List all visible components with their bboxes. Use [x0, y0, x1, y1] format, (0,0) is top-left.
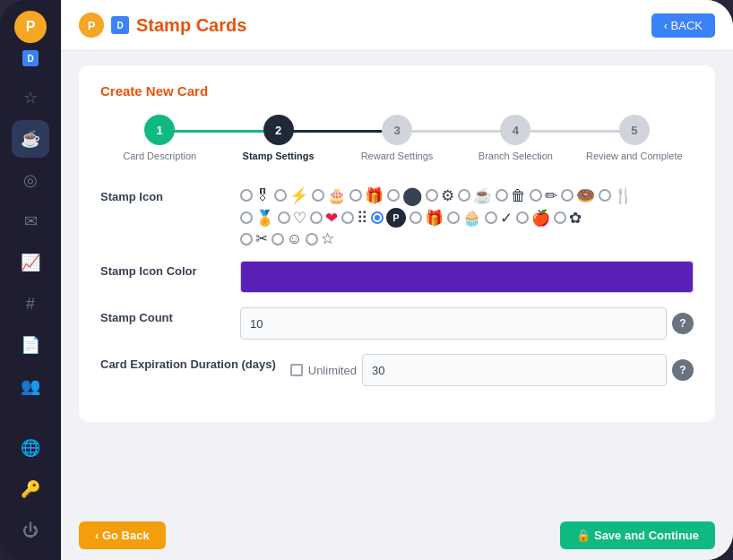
- sidebar-item-location[interactable]: ◎: [12, 161, 49, 199]
- step-circle-4: 4: [500, 115, 530, 145]
- icon-glyph-medal2: 🏅: [255, 211, 274, 226]
- go-back-button[interactable]: ‹ Go Back: [79, 521, 166, 549]
- icon-option-bolt[interactable]: ⚡: [274, 188, 308, 203]
- expiration-help-btn[interactable]: ?: [672, 359, 694, 381]
- step-label-3: Reward Settings: [361, 151, 434, 161]
- radio-coffee: [458, 189, 470, 202]
- step-4: 4 Branch Selection: [456, 115, 574, 161]
- icon-option-fork[interactable]: 🍴: [599, 188, 633, 203]
- icon-option-flower[interactable]: ✿: [554, 211, 582, 226]
- icon-option-heart-outline[interactable]: ♡: [278, 211, 306, 226]
- step-label-4: Branch Selection: [479, 151, 553, 161]
- sidebar-item-hash[interactable]: #: [12, 285, 49, 323]
- sidebar-item-power[interactable]: ⏻: [12, 512, 49, 549]
- color-bar[interactable]: [240, 261, 694, 293]
- stamp-count-row: Stamp Count ?: [100, 307, 694, 340]
- icon-glyph-star: ☆: [321, 231, 334, 246]
- radio-checkmark: [485, 211, 497, 224]
- step-circle-2: 2: [263, 115, 294, 145]
- icon-option-scissors[interactable]: ✂: [240, 231, 268, 246]
- icon-option-coffee[interactable]: ☕: [458, 188, 492, 203]
- sidebar-item-send[interactable]: ✉: [12, 202, 49, 240]
- icon-glyph-circle-fill: ⬤: [402, 186, 422, 204]
- step-circle-1: 1: [144, 115, 175, 145]
- unlimited-label: Unlimited: [308, 364, 357, 377]
- icon-option-cake[interactable]: 🎂: [312, 188, 346, 203]
- icon-option-trash[interactable]: 🗑: [496, 188, 526, 203]
- step-2: 2 Stamp Settings: [219, 115, 337, 161]
- sidebar-item-chart[interactable]: 📈: [12, 244, 49, 281]
- stamp-color-row: Stamp Icon Color: [100, 261, 694, 293]
- icon-glyph-coffee: ☕: [473, 188, 492, 203]
- stamp-color-area: [240, 261, 694, 293]
- stamp-count-input[interactable]: [240, 307, 667, 340]
- expiration-input[interactable]: [362, 354, 667, 386]
- icon-option-medal2[interactable]: 🏅: [240, 211, 274, 226]
- save-continue-button[interactable]: 🔒 Save and Continue: [560, 521, 715, 549]
- sidebar-item-key[interactable]: 🔑: [12, 470, 49, 508]
- sidebar-item-star[interactable]: ☆: [12, 79, 49, 116]
- expiration-input-group: Unlimited ?: [290, 354, 694, 386]
- header: P D Stamp Cards ‹ BACK: [61, 0, 733, 51]
- icon-glyph-checkmark: ✓: [500, 211, 513, 226]
- step-circle-3: 3: [382, 115, 412, 145]
- icon-option-gear[interactable]: ⚙: [426, 188, 454, 203]
- radio-cupcake: [447, 211, 460, 224]
- stamp-count-help-btn[interactable]: ?: [672, 313, 694, 334]
- stamp-color-label: Stamp Icon Color: [100, 261, 226, 278]
- sidebar-item-file[interactable]: 📄: [12, 326, 49, 364]
- icon-option-pencil[interactable]: ✏: [530, 188, 557, 203]
- icon-glyph-trash: 🗑: [511, 188, 526, 203]
- icon-option-circle-p[interactable]: P: [371, 208, 406, 228]
- stamp-count-area: ?: [240, 307, 694, 340]
- back-button[interactable]: ‹ BACK: [651, 13, 715, 38]
- radio-cake: [312, 189, 324, 202]
- radio-bolt: [274, 189, 287, 202]
- step-5: 5 Review and Complete: [575, 115, 694, 161]
- sidebar: P D ☆ ☕ ◎ ✉ 📈 # 📄 👥 🌐 🔑 ⏻: [0, 0, 61, 560]
- unlimited-checkbox[interactable]: [290, 364, 303, 376]
- sidebar-item-globe[interactable]: 🌐: [12, 429, 49, 467]
- icon-grid: 🎖 ⚡ 🎂: [240, 186, 694, 246]
- icon-option-apple[interactable]: 🍎: [516, 211, 550, 226]
- stamp-icon-label: Stamp Icon: [100, 186, 226, 203]
- sidebar-item-stamp[interactable]: ☕: [12, 120, 49, 158]
- sidebar-logo-p: P: [14, 11, 47, 43]
- icon-glyph-medal: 🎖: [255, 188, 271, 203]
- radio-circle-p: [371, 211, 384, 224]
- radio-pencil: [530, 189, 542, 202]
- header-logo-p: P: [79, 13, 104, 38]
- icon-option-blank1[interactable]: 🎖: [240, 188, 271, 203]
- step-3: 3 Reward Settings: [338, 115, 456, 161]
- icon-glyph-gift: 🎁: [365, 188, 384, 203]
- icon-option-gift2[interactable]: 🎁: [410, 211, 444, 226]
- icon-option-donut[interactable]: 🍩: [561, 188, 595, 203]
- expiration-row: Card Expiration Duration (days) Unlimite…: [100, 354, 694, 386]
- step-connector-1: [160, 130, 278, 133]
- main-card: Create New Card 1 Card Description 2 Sta…: [79, 65, 715, 422]
- stamp-count-label: Stamp Count: [100, 307, 226, 324]
- stamp-count-input-group: ?: [240, 307, 694, 340]
- icon-glyph-gift2: 🎁: [425, 211, 444, 226]
- icon-glyph-cupcake: 🧁: [462, 211, 481, 226]
- main-area: P D Stamp Cards ‹ BACK Create New Card 1…: [61, 0, 733, 560]
- icon-glyph-circle-p: P: [386, 208, 406, 228]
- icon-glyph-bolt: ⚡: [289, 188, 308, 203]
- icon-option-circle-fill[interactable]: ⬤: [387, 186, 422, 204]
- icon-option-lines[interactable]: ⠿: [341, 211, 367, 226]
- icon-glyph-lines: ⠿: [357, 211, 367, 226]
- icon-option-cupcake[interactable]: 🧁: [447, 211, 481, 226]
- footer: ‹ Go Back 🔒 Save and Continue: [61, 511, 733, 560]
- icon-option-smile[interactable]: ☺: [272, 231, 302, 246]
- radio-circle-fill: [387, 189, 400, 202]
- radio-smile: [272, 233, 284, 246]
- icon-glyph-smile: ☺: [287, 231, 302, 246]
- icon-option-star[interactable]: ☆: [306, 231, 334, 246]
- step-1: 1 Card Description: [100, 115, 219, 161]
- sidebar-item-users[interactable]: 👥: [12, 367, 49, 405]
- radio-gift: [349, 189, 362, 202]
- radio-medal2: [240, 211, 253, 224]
- icon-option-heart-fill[interactable]: ❤: [310, 211, 338, 226]
- icon-option-gift[interactable]: 🎁: [349, 188, 384, 203]
- icon-option-checkmark[interactable]: ✓: [485, 211, 513, 226]
